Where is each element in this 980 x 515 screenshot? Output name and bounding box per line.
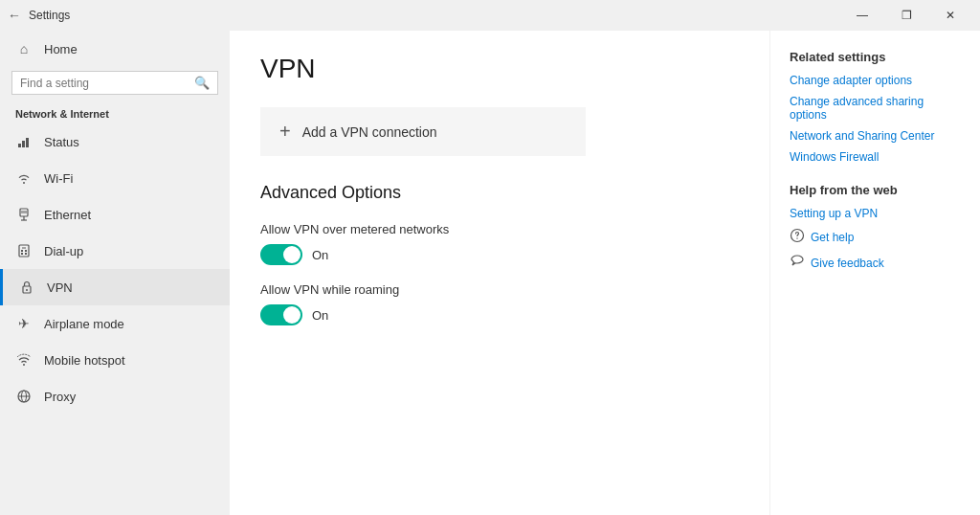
help-link-vpn-setup[interactable]: Setting up a VPN: [790, 207, 961, 220]
help-title: Help from the web: [790, 183, 961, 197]
sidebar-item-dialup[interactable]: Dial-up: [0, 233, 230, 269]
sidebar-hotspot-label: Mobile hotspot: [44, 353, 125, 368]
svg-point-16: [26, 289, 28, 291]
restore-button[interactable]: ❐: [884, 0, 928, 31]
vpn-roaming-option: Allow VPN while roaming On: [260, 282, 739, 325]
hotspot-icon: [15, 351, 33, 369]
feedback-icon: [790, 254, 805, 272]
sidebar-item-hotspot[interactable]: Mobile hotspot: [0, 342, 230, 378]
vpn-metered-label: Allow VPN over metered networks: [260, 222, 739, 236]
airplane-icon: ✈: [15, 315, 33, 332]
svg-point-22: [796, 237, 797, 238]
dialup-icon: [15, 242, 33, 259]
sidebar-item-ethernet[interactable]: Ethernet: [0, 196, 230, 233]
sidebar-item-status[interactable]: Status: [0, 123, 230, 160]
vpn-metered-toggle-text: On: [312, 248, 328, 262]
proxy-icon: [15, 388, 33, 405]
sidebar-section-title: Network & Internet: [0, 102, 230, 123]
sidebar-proxy-label: Proxy: [44, 390, 76, 404]
svg-rect-2: [26, 138, 29, 147]
vpn-roaming-toggle-text: On: [312, 308, 328, 323]
vpn-metered-toggle[interactable]: [260, 244, 302, 265]
svg-rect-11: [21, 250, 23, 252]
sidebar-item-vpn[interactable]: VPN: [0, 269, 230, 305]
svg-rect-12: [25, 250, 27, 252]
related-link-network-center[interactable]: Network and Sharing Center: [790, 129, 961, 143]
add-vpn-label: Add a VPN connection: [302, 124, 437, 140]
sidebar-status-label: Status: [44, 135, 79, 149]
svg-rect-13: [21, 253, 23, 255]
ethernet-icon: [15, 206, 33, 223]
wifi-icon: [15, 169, 33, 187]
page-title: VPN: [260, 54, 739, 84]
sidebar-search-box[interactable]: 🔍: [11, 71, 218, 95]
get-help-icon: [790, 228, 805, 246]
svg-point-17: [23, 364, 25, 366]
back-icon[interactable]: ←: [8, 8, 21, 23]
get-help-row: Get help: [790, 228, 961, 246]
sidebar-item-wifi[interactable]: Wi-Fi: [0, 160, 230, 196]
feedback-row: Give feedback: [790, 254, 961, 272]
sidebar-vpn-label: VPN: [47, 280, 73, 295]
sidebar-home-label: Home: [44, 42, 78, 56]
get-help-link[interactable]: Get help: [811, 231, 854, 244]
main-layout: ⌂ Home 🔍 Network & Internet Status: [0, 31, 980, 515]
related-link-adapter[interactable]: Change adapter options: [790, 74, 961, 87]
svg-rect-0: [18, 144, 21, 147]
sidebar: ⌂ Home 🔍 Network & Internet Status: [0, 31, 230, 515]
sidebar-item-proxy[interactable]: Proxy: [0, 378, 230, 414]
title-bar-controls: — ❐ ✕: [840, 0, 972, 31]
sidebar-airplane-label: Airplane mode: [44, 317, 124, 331]
svg-rect-9: [19, 245, 29, 257]
main-content: VPN + Add a VPN connection Advanced Opti…: [230, 31, 769, 515]
sidebar-dialup-label: Dial-up: [44, 244, 83, 258]
add-vpn-button[interactable]: + Add a VPN connection: [260, 107, 586, 156]
status-icon: [15, 133, 33, 150]
related-link-firewall[interactable]: Windows Firewall: [790, 150, 961, 164]
feedback-link[interactable]: Give feedback: [811, 257, 884, 270]
advanced-options-title: Advanced Options: [260, 183, 739, 203]
right-panel: Related settings Change adapter options …: [769, 31, 980, 515]
minimize-button[interactable]: —: [840, 0, 884, 31]
svg-rect-1: [22, 141, 25, 147]
vpn-metered-option: Allow VPN over metered networks On: [260, 222, 739, 265]
home-icon: ⌂: [15, 40, 33, 57]
vpn-metered-toggle-row: On: [260, 244, 739, 265]
vpn-roaming-toggle-row: On: [260, 304, 739, 325]
vpn-icon: [18, 279, 35, 296]
sidebar-item-home[interactable]: ⌂ Home: [0, 31, 230, 67]
related-link-sharing[interactable]: Change advanced sharing options: [790, 95, 961, 122]
sidebar-item-airplane[interactable]: ✈ Airplane mode: [0, 305, 230, 342]
related-settings-title: Related settings: [790, 50, 961, 64]
sidebar-ethernet-label: Ethernet: [44, 208, 91, 222]
title-bar: ← Settings — ❐ ✕: [0, 0, 980, 31]
sidebar-wifi-label: Wi-Fi: [44, 171, 73, 186]
plus-icon: +: [279, 121, 291, 143]
title-bar-left: ← Settings: [8, 8, 70, 23]
vpn-roaming-label: Allow VPN while roaming: [260, 282, 739, 297]
svg-rect-14: [25, 253, 27, 255]
search-icon: 🔍: [194, 76, 210, 90]
search-input[interactable]: [20, 77, 189, 90]
title-bar-title: Settings: [29, 9, 70, 22]
close-button[interactable]: ✕: [928, 0, 972, 31]
vpn-roaming-toggle[interactable]: [260, 304, 302, 325]
